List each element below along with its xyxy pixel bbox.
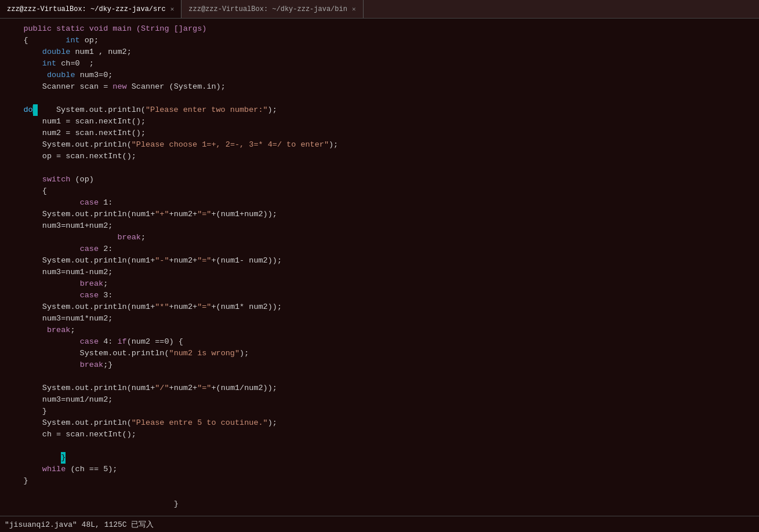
token: [5, 243, 80, 255]
token: +(num1+num2));: [211, 209, 277, 220]
token: break: [47, 325, 71, 336]
token: case: [80, 336, 99, 348]
code-line: num2 = scan.nextInt();: [0, 127, 759, 139]
tab-bin-close[interactable]: ✕: [352, 5, 356, 13]
token: System.out.println(num1+: [5, 255, 155, 267]
token: Scanner (System.in);: [127, 81, 226, 93]
tab-src-label: zzz@zzz-VirtualBox: ~/dky-zzz-java/src: [7, 5, 166, 13]
code-line: }: [0, 498, 759, 510]
token: +num2+: [169, 301, 198, 313]
code-line: }: [0, 406, 759, 417]
code-line: System.out.println(num1+"*"+num2+"="+(nu…: [0, 301, 759, 313]
token: +(num1- num2));: [211, 255, 282, 267]
token: op = scan.nextInt();: [5, 151, 136, 162]
token: break: [117, 232, 141, 243]
token: "-": [155, 255, 169, 267]
code-line: System.out.println(num1+"-"+num2+"="+(nu…: [0, 255, 759, 267]
token: while: [42, 464, 66, 475]
token: {: [5, 185, 47, 197]
token: }: [5, 406, 47, 417]
code-line: break;: [0, 278, 759, 290]
code-line: System.out.println(num1+"+"+num2+"="+(nu…: [0, 209, 759, 220]
token: int: [28, 35, 80, 46]
token: new: [112, 81, 126, 93]
code-line: [0, 93, 759, 104]
token: [5, 197, 80, 209]
token: );: [268, 417, 277, 429]
token: int: [42, 58, 56, 70]
code-line: [0, 162, 759, 174]
token: [5, 46, 42, 58]
code-editor[interactable]: public static void main (String []args) …: [0, 19, 759, 515]
code-line: }: [0, 452, 759, 464]
code-line: System.out.println(num1+"/"+num2+"="+(nu…: [0, 382, 759, 394]
status-text: "jisuanqi2.java" 48L, 1125C 已写入: [5, 519, 154, 530]
tab-bin-label: zzz@zzz-VirtualBox: ~/dky-zzz-java/bin: [188, 5, 347, 13]
token: );: [268, 104, 277, 116]
token: [5, 359, 80, 371]
token: [5, 232, 117, 243]
tab-bin[interactable]: zzz@zzz-VirtualBox: ~/dky-zzz-java/bin ✕: [181, 0, 363, 18]
token: }: [5, 498, 179, 510]
token: [5, 464, 42, 475]
token: );: [329, 139, 338, 151]
code-line: System.out.println("Please choose 1=+, 2…: [0, 139, 759, 151]
tab-src-close[interactable]: ✕: [170, 5, 175, 13]
token: break: [80, 359, 104, 371]
token: switch: [42, 174, 71, 185]
code-line: num3=num1*num2;: [0, 313, 759, 325]
code-line: }: [0, 475, 759, 487]
token: double: [47, 70, 75, 81]
status-bar: "jisuanqi2.java" 48L, 1125C 已写入: [0, 516, 759, 532]
token: +num2+: [169, 382, 198, 394]
code-line: case 3:: [0, 290, 759, 301]
token: "num2 is wrong": [169, 348, 240, 359]
code-line: [0, 371, 759, 382]
cursor: █: [33, 104, 38, 116]
token: System.out.println(: [5, 139, 132, 151]
token: ;: [70, 325, 75, 336]
code-line: num3=num1+num2;: [0, 220, 759, 232]
token: 4:: [99, 336, 117, 348]
token: 3:: [99, 290, 112, 301]
code-line: {: [0, 185, 759, 197]
token: [5, 58, 42, 70]
code-line: break;: [0, 325, 759, 336]
token: (num2 ==0) {: [127, 336, 183, 348]
code-line: int ch=0 ;: [0, 58, 759, 70]
token: System.out.println(: [38, 104, 146, 116]
token: [5, 290, 80, 301]
code-line: case 2:: [0, 243, 759, 255]
code-line: case 4: if(num2 ==0) {: [0, 336, 759, 348]
code-line: break;: [0, 232, 759, 243]
code-line: double num1 , num2;: [0, 46, 759, 58]
tab-src[interactable]: zzz@zzz-VirtualBox: ~/dky-zzz-java/src ✕: [0, 0, 181, 18]
token: num3=num1*num2;: [5, 313, 112, 325]
cursor-block: }: [61, 452, 66, 464]
code-line: System.out.println("num2 is wrong");: [0, 348, 759, 359]
code-line: [0, 487, 759, 498]
token: num3=num1-num2;: [5, 267, 112, 278]
token: if: [117, 336, 126, 348]
token: +(num1* num2));: [211, 301, 282, 313]
code-line: num3=num1/num2;: [0, 394, 759, 406]
token: 1:: [99, 197, 112, 209]
token: case: [80, 243, 99, 255]
token: (ch == 5);: [66, 464, 117, 475]
token: "/": [155, 382, 169, 394]
token: ch=0 ;: [56, 58, 94, 70]
token: +num2+: [169, 209, 198, 220]
token: num2 = scan.nextInt();: [5, 127, 146, 139]
code-line: public static void main (String []args): [0, 23, 759, 35]
token: "*": [155, 301, 169, 313]
token: num1 = scan.nextInt();: [5, 116, 146, 127]
token: "=": [197, 301, 211, 313]
code-line: double num3=0;: [0, 70, 759, 81]
token: System.out.println(num1+: [5, 382, 155, 394]
token: +num2+: [169, 255, 198, 267]
token: [5, 104, 23, 116]
token: "+": [155, 209, 169, 220]
token: System.out.println(: [5, 417, 132, 429]
token: [5, 70, 47, 81]
token: System.out.println(num1+: [5, 301, 155, 313]
